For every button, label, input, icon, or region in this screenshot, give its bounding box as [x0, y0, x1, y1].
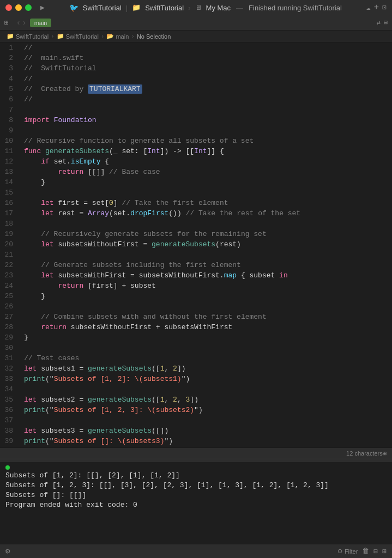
table-row: 1//	[0, 43, 392, 53]
line-code[interactable]: // Recursive function to generate all su…	[20, 136, 392, 146]
table-row: 3// SwiftTutorial	[0, 63, 392, 74]
forward-icon[interactable]: ›	[22, 19, 26, 27]
back-icon[interactable]: ‹	[16, 19, 21, 27]
table-row: 2// main.swift	[0, 53, 392, 63]
line-code[interactable]	[20, 415, 392, 426]
nav-arrows: ‹ ›	[16, 19, 27, 27]
trash-icon[interactable]: 🗑	[362, 547, 369, 555]
line-code[interactable]: let first = set[0] // Take the first ele…	[20, 198, 392, 208]
line-code[interactable]: //	[20, 74, 392, 84]
split-view-icon[interactable]: ⊡	[382, 3, 387, 12]
status-green-dot	[5, 465, 10, 470]
line-number: 18	[0, 219, 20, 229]
statusbar-left: ⚙	[5, 547, 10, 556]
line-code[interactable]: }	[20, 332, 392, 343]
layout-icon[interactable]: ⊟	[373, 547, 378, 556]
line-code[interactable]	[20, 105, 392, 115]
line-number: 37	[0, 415, 20, 426]
line-code[interactable]	[20, 125, 392, 136]
table-row: 38let subsets3 = generateSubsets([])	[0, 426, 392, 436]
table-row: 17 let rest = Array(set.dropFirst()) // …	[0, 208, 392, 219]
line-code[interactable]: // Test cases	[20, 353, 392, 363]
layout-icon-2[interactable]: ⊟	[384, 19, 388, 27]
line-code[interactable]: print("Subsets of [1, 2, 3]: \(subsets2)…	[20, 405, 392, 415]
breadcrumb-item-3[interactable]: 📂 main	[106, 33, 129, 40]
maximize-button[interactable]	[25, 4, 32, 11]
table-row: 18	[0, 219, 392, 229]
table-row: 9	[0, 125, 392, 136]
line-code[interactable]: print("Subsets of []: \(subsets3)")	[20, 436, 392, 446]
line-code[interactable]: let subsetsWithoutFirst = generateSubset…	[20, 239, 392, 250]
line-number: 13	[0, 167, 20, 177]
console-line: Subsets of []: [[]]	[5, 490, 387, 500]
line-number: 36	[0, 405, 20, 415]
line-number: 34	[0, 384, 20, 395]
titlebar: ▶ 🐦 SwiftTutorial | 📁 SwiftTutorial › 🖥 …	[0, 0, 392, 15]
line-code[interactable]: // Recursively generate subsets for the …	[20, 229, 392, 239]
app-name: SwiftTutorial	[83, 4, 122, 12]
line-code[interactable]: let subsets1 = generateSubsets([1, 2])	[20, 363, 392, 374]
breadcrumb-item-1[interactable]: 📁 SwiftTutorial	[7, 33, 49, 40]
editor-area: 1//2// main.swift3// SwiftTutorial4//5//…	[0, 43, 392, 459]
table-row: 22 // Generate subsets including the fir…	[0, 260, 392, 270]
line-number: 12	[0, 156, 20, 167]
line-number: 7	[0, 105, 20, 115]
table-row: 29}	[0, 332, 392, 343]
table-row: 13 return [[]] // Base case	[0, 167, 392, 177]
breadcrumb-item-2[interactable]: 📁 SwiftTutorial	[57, 33, 99, 40]
code-scroll[interactable]: 1//2// main.swift3// SwiftTutorial4//5//…	[0, 43, 392, 447]
branch-badge[interactable]: main	[30, 19, 52, 27]
line-code[interactable]	[20, 250, 392, 260]
line-code[interactable]: import Foundation	[20, 115, 392, 125]
minimize-button[interactable]	[15, 4, 22, 11]
add-tab-icon[interactable]: +	[374, 3, 379, 13]
table-row: 20 let subsetsWithoutFirst = generateSub…	[0, 239, 392, 250]
line-code[interactable]: let subsetsWithFirst = subsetsWithoutFir…	[20, 270, 392, 281]
expand-icon[interactable]: ⊞	[382, 547, 387, 556]
line-code[interactable]	[20, 343, 392, 353]
line-code[interactable]: // Created by TUTORIALKART	[20, 84, 392, 94]
line-code[interactable]	[20, 384, 392, 395]
console-content: Subsets of [1, 2]: [[], [2], [1], [1, 2]…	[0, 462, 392, 544]
breadcrumb-current: No Selection	[137, 33, 171, 40]
line-number: 23	[0, 270, 20, 281]
line-number: 11	[0, 146, 20, 156]
table-row: 7	[0, 105, 392, 115]
layout-icon-1[interactable]: ⇄	[377, 19, 381, 27]
line-code[interactable]: // main.swift	[20, 53, 392, 63]
line-code[interactable]: //	[20, 43, 392, 53]
table-row: 14 }	[0, 177, 392, 187]
breadcrumb: 📁 SwiftTutorial › 📁 SwiftTutorial › 📂 ma…	[0, 31, 392, 43]
close-button[interactable]	[5, 4, 12, 11]
line-code[interactable]: print("Subsets of [1, 2]: \(subsets1)")	[20, 374, 392, 384]
line-number: 14	[0, 177, 20, 187]
line-code[interactable]: // Combine subsets with and without the …	[20, 312, 392, 322]
line-code[interactable]: return [[]] // Base case	[20, 167, 392, 177]
line-number: 29	[0, 332, 20, 343]
line-code[interactable]: func generateSubsets(_ set: [Int]) -> [[…	[20, 146, 392, 156]
settings-icon[interactable]: ⚙	[5, 547, 10, 556]
line-code[interactable]: return subsetsWithoutFirst + subsetsWith…	[20, 322, 392, 332]
line-code[interactable]: }	[20, 291, 392, 301]
line-code[interactable]: if set.isEmpty {	[20, 156, 392, 167]
line-code[interactable]: return [first] + subset	[20, 281, 392, 291]
line-number: 17	[0, 208, 20, 219]
line-code[interactable]: }	[20, 177, 392, 187]
run-icon[interactable]: ▶	[40, 3, 45, 12]
cloud-icon: ☁	[366, 3, 371, 12]
breadcrumb-sep-1: ›	[51, 33, 55, 40]
line-code[interactable]: // SwiftTutorial	[20, 63, 392, 74]
code-table: 1//2// main.swift3// SwiftTutorial4//5//…	[0, 43, 392, 447]
line-code[interactable]: let subsets3 = generateSubsets([])	[20, 426, 392, 436]
line-code[interactable]	[20, 187, 392, 198]
line-code[interactable]: let rest = Array(set.dropFirst()) // Tak…	[20, 208, 392, 219]
filter-button[interactable]: ⊙ Filter	[337, 548, 358, 555]
table-row: 16 let first = set[0] // Take the first …	[0, 198, 392, 208]
line-code[interactable]: //	[20, 94, 392, 105]
filter-icon: ⊙	[337, 548, 342, 555]
line-code[interactable]: let subsets2 = generateSubsets([1, 2, 3]…	[20, 395, 392, 405]
sidebar-toggle-icon[interactable]: ⊞	[4, 19, 9, 27]
line-code[interactable]	[20, 301, 392, 312]
line-code[interactable]	[20, 219, 392, 229]
line-code[interactable]: // Generate subsets including the first …	[20, 260, 392, 270]
